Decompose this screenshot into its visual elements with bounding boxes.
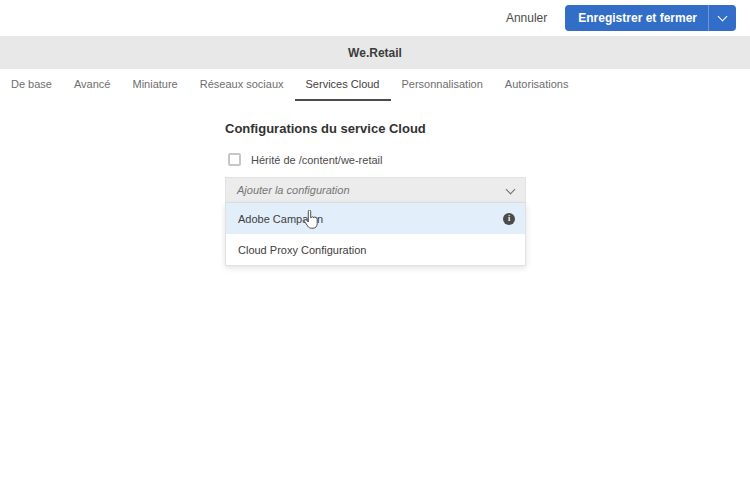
title-bar: We.Retail [0,36,750,69]
dropdown-item-label: Adobe Campaign [238,213,323,225]
tab-autorisations[interactable]: Autorisations [494,69,580,101]
info-icon[interactable]: i [503,213,515,225]
tab-personnalisation[interactable]: Personnalisation [391,69,494,101]
inherit-row: Hérité de /content/we-retail [225,153,526,166]
save-and-close-button[interactable]: Enregistrer et fermer [565,5,736,31]
tab-miniature[interactable]: Miniature [121,69,188,101]
configuration-dropdown: Adobe Campaign i Cloud Proxy Configurati… [225,203,526,266]
chevron-down-icon [506,184,516,194]
inherit-checkbox[interactable] [228,153,241,166]
dropdown-item-label: Cloud Proxy Configuration [238,244,366,256]
save-button-label: Enregistrer et fermer [565,11,708,25]
top-action-bar: Annuler Enregistrer et fermer [0,0,750,36]
inherit-checkbox-label: Hérité de /content/we-retail [251,154,382,166]
tab-bar: De base Avancé Miniature Réseaux sociaux… [0,69,750,101]
section-heading: Configurations du service Cloud [225,121,526,136]
cloud-services-panel: Configurations du service Cloud Hérité d… [225,121,526,266]
dropdown-item-cloud-proxy[interactable]: Cloud Proxy Configuration [226,234,525,265]
chevron-down-icon [718,12,728,22]
dropdown-item-adobe-campaign[interactable]: Adobe Campaign i [226,203,525,234]
cancel-button[interactable]: Annuler [506,11,547,25]
add-configuration-select[interactable]: Ajouter la configuration [225,177,526,203]
site-properties-page: { "top_bar": { "cancel_label": "Annuler"… [0,0,750,500]
tab-avance[interactable]: Avancé [63,69,122,101]
tab-reseaux-sociaux[interactable]: Réseaux sociaux [189,69,295,101]
save-options-chevron[interactable] [709,16,736,20]
select-placeholder: Ajouter la configuration [237,184,350,196]
page-title: We.Retail [348,46,402,60]
tab-services-cloud[interactable]: Services Cloud [295,69,391,101]
tab-de-base[interactable]: De base [0,69,63,101]
